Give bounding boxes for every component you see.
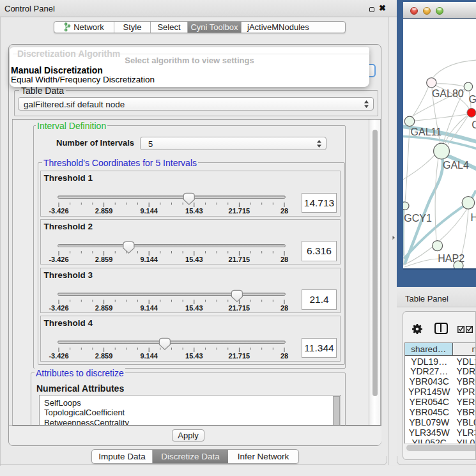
svg-text:2.859: 2.859 [95,304,113,312]
svg-text:-3.426: -3.426 [49,256,68,263]
svg-text:-3.426: -3.426 [49,352,68,360]
svg-text:C: C [472,119,476,130]
svg-text:15.43: 15.43 [185,352,203,360]
svg-text:9.144: 9.144 [140,304,158,312]
svg-text:21.715: 21.715 [229,304,250,312]
svg-text:9.144: 9.144 [140,256,158,263]
svg-text:28: 28 [280,352,288,360]
svg-text:21.715: 21.715 [229,352,250,360]
svg-text:21.715: 21.715 [229,256,250,263]
svg-text:9.144: 9.144 [140,207,158,215]
svg-text:G.: G. [469,94,476,105]
svg-text:28: 28 [280,304,288,312]
svg-text:9.144: 9.144 [140,352,158,360]
svg-text:15.43: 15.43 [185,256,203,263]
svg-text:-3.426: -3.426 [49,304,68,312]
svg-text:GAL11: GAL11 [411,127,442,137]
svg-text:HAP2: HAP2 [438,253,464,264]
svg-text:H: H [471,212,476,223]
svg-text:28: 28 [280,256,288,263]
svg-text:2.859: 2.859 [95,256,113,263]
svg-text:GCY1: GCY1 [404,213,432,224]
svg-text:GAL80: GAL80 [432,88,464,99]
svg-text:GAL4: GAL4 [443,160,469,171]
svg-text:2.859: 2.859 [95,207,113,215]
svg-text:15.43: 15.43 [185,207,203,215]
svg-text:15.43: 15.43 [185,304,203,312]
svg-text:28: 28 [280,207,288,215]
svg-text:-3.426: -3.426 [49,207,68,215]
svg-text:2.859: 2.859 [95,352,113,360]
svg-text:21.715: 21.715 [229,207,250,215]
